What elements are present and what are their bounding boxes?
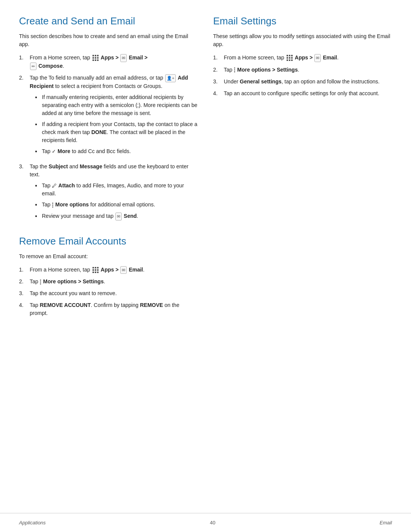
step3: 3. Tap the Subject and Message fields an…	[19, 163, 198, 224]
settings-step2: 2. Tap More options > Settings.	[213, 66, 392, 74]
remove-step2: 2. Tap More options > Settings.	[19, 278, 198, 286]
remove-step3-num: 3.	[19, 289, 27, 297]
email-label-s1: Email	[323, 54, 337, 61]
footer-right: Email	[379, 520, 392, 526]
add-recipient-label: Add Recipient	[30, 75, 188, 89]
email-label-r1: Email	[129, 267, 143, 273]
apps-label-s1: Apps >	[295, 54, 313, 61]
bullet3-2: Tap More options for additional email op…	[35, 201, 198, 209]
right-column: Email Settings These settings allow you …	[213, 15, 392, 321]
step2-content: Tap the To field to manually add an emai…	[30, 74, 198, 159]
bullet2-3: Tap ✓ More to add Cc and Bcc fields.	[35, 147, 198, 156]
bullet2-1: If manually entering recipients, enter a…	[35, 93, 198, 117]
remove-label: REMOVE	[140, 302, 163, 308]
settings-step3-content: Under General settings, tap an option an…	[224, 78, 392, 86]
general-settings-label: General settings	[240, 78, 282, 85]
section1-title: Create and Send an Email	[19, 15, 198, 27]
remove-step3: 3. Tap the account you want to remove.	[19, 289, 198, 297]
settings-step4-content: Tap an account to configure specific set…	[224, 89, 392, 97]
remove-step4-content: Tap REMOVE ACCOUNT. Confirm by tapping R…	[30, 301, 198, 317]
section-email-settings: Email Settings These settings allow you …	[213, 15, 392, 97]
more-options-r2: More options > Settings	[43, 278, 104, 284]
section-create-email: Create and Send an Email This section de…	[19, 15, 198, 224]
compose-label: Compose	[38, 63, 63, 69]
content-area: Create and Send an Email This section de…	[0, 0, 411, 351]
settings-step4-num: 4.	[213, 89, 221, 97]
more-options-s2: More options > Settings	[237, 67, 298, 73]
bullet2-2-text: If adding a recipient from your Contacts…	[42, 120, 198, 144]
apps-icon-r1	[92, 267, 99, 273]
settings-step1: 1. From a Home screen, tap Apps > ✉ Emai…	[213, 54, 392, 62]
section2-title: Remove Email Accounts	[19, 235, 198, 247]
footer: Applications 40 Email	[0, 513, 411, 532]
remove-step3-content: Tap the account you want to remove.	[30, 289, 198, 297]
bullet2-2: If adding a recipient from your Contacts…	[35, 120, 198, 144]
message-bold: Message	[80, 163, 102, 169]
remove-account-label: REMOVE ACCOUNT	[40, 302, 91, 308]
left-column: Create and Send an Email This section de…	[19, 15, 198, 321]
step1: 1. From a Home screen, tap Apps > ✉ Emai…	[19, 54, 198, 70]
section1-intro: This section describes how to create and…	[19, 32, 198, 48]
bullet3-3: Review your message and tap ✉ Send.	[35, 212, 198, 220]
section-remove-email: Remove Email Accounts To remove an Email…	[19, 235, 198, 318]
settings-step1-content: From a Home screen, tap Apps > ✉ Email.	[224, 54, 392, 62]
apps-icon-s1	[287, 55, 293, 61]
bullet3-1: Tap 🖉 Attach to add Files, Images, Audio…	[35, 182, 198, 198]
bullet3-2-text: Tap More options for additional email op…	[42, 201, 155, 209]
settings-step3-num: 3.	[213, 78, 221, 86]
send-icon: ✉	[115, 212, 122, 220]
email-label-1: Email >	[129, 54, 147, 61]
remove-step2-content: Tap More options > Settings.	[30, 278, 198, 286]
footer-left: Applications	[19, 520, 46, 526]
bullet2-3-text: Tap ✓ More to add Cc and Bcc fields.	[42, 147, 131, 156]
bullet3-3-text: Review your message and tap ✉ Send.	[42, 212, 138, 220]
email-icon-r1: ✉	[120, 266, 127, 274]
apps-label-r1: Apps >	[101, 267, 119, 273]
settings-step3: 3. Under General settings, tap an option…	[213, 78, 392, 86]
email-icon-1: ✉	[120, 54, 127, 62]
section1-steps: 1. From a Home screen, tap Apps > ✉ Emai…	[19, 54, 198, 224]
remove-step2-num: 2.	[19, 278, 27, 286]
remove-step1-num: 1.	[19, 266, 27, 274]
footer-center: 40	[210, 520, 215, 526]
bullet3-1-text: Tap 🖉 Attach to add Files, Images, Audio…	[42, 182, 198, 198]
bullet2-1-text: If manually entering recipients, enter a…	[42, 93, 198, 117]
settings-step4: 4. Tap an account to configure specific …	[213, 89, 392, 97]
apps-label: Apps >	[101, 54, 119, 61]
settings-step2-content: Tap More options > Settings.	[224, 66, 392, 74]
page: Create and Send an Email This section de…	[0, 0, 411, 532]
remove-step1: 1. From a Home screen, tap Apps > ✉ Emai…	[19, 266, 198, 274]
compose-icon: ✏	[30, 62, 37, 70]
step2-num: 2.	[19, 74, 27, 159]
step3-num: 3.	[19, 163, 27, 224]
section-settings-title: Email Settings	[213, 15, 392, 27]
step3-content: Tap the Subject and Message fields and u…	[30, 163, 198, 224]
email-icon-s1: ✉	[314, 54, 321, 62]
settings-steps: 1. From a Home screen, tap Apps > ✉ Emai…	[213, 54, 392, 97]
add-recipient-icon: 👤+	[165, 74, 176, 82]
section-settings-intro: These settings allow you to modify setti…	[213, 32, 392, 48]
remove-step4-num: 4.	[19, 301, 27, 317]
remove-step1-content: From a Home screen, tap Apps > ✉ Email.	[30, 266, 198, 274]
section2-steps: 1. From a Home screen, tap Apps > ✉ Emai…	[19, 266, 198, 318]
remove-step4: 4. Tap REMOVE ACCOUNT. Confirm by tappin…	[19, 301, 198, 317]
settings-step2-num: 2.	[213, 66, 221, 74]
settings-step1-num: 1.	[213, 54, 221, 62]
subject-bold: Subject	[49, 163, 68, 169]
step1-content: From a Home screen, tap Apps > ✉ Email >…	[30, 54, 198, 70]
step3-bullets: Tap 🖉 Attach to add Files, Images, Audio…	[35, 182, 198, 221]
step2: 2. Tap the To field to manually add an e…	[19, 74, 198, 159]
step2-bullets: If manually entering recipients, enter a…	[35, 93, 198, 156]
apps-icon	[92, 55, 99, 61]
section2-intro: To remove an Email account:	[19, 252, 198, 260]
step1-num: 1.	[19, 54, 27, 70]
